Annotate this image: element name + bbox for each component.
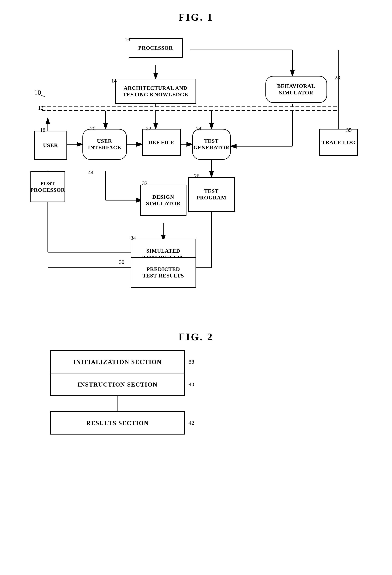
results-ref-tilde: ~ bbox=[188, 420, 191, 426]
def-file-node: DEF FILE bbox=[142, 129, 181, 156]
processor-node: PROCESSOR bbox=[129, 38, 183, 58]
post-processor-node: POST PROCESSOR bbox=[30, 171, 65, 202]
test-program-node: TEST PROGRAM bbox=[188, 177, 235, 212]
behavioral-ref: 28 bbox=[335, 74, 340, 81]
page: FIG. 1 bbox=[0, 0, 392, 575]
behavioral-sim-node: BEHAVIORAL SIMULATOR bbox=[265, 76, 327, 103]
ui-ref: 20 bbox=[90, 125, 95, 132]
fig2-title: FIG. 2 bbox=[12, 331, 380, 343]
trace-log-node: TRACE LOG bbox=[319, 129, 358, 156]
processor-ref: 16 bbox=[125, 36, 130, 43]
design-simulator-node: DESIGN SIMULATOR bbox=[140, 185, 186, 216]
init-ref-tilde: ~ bbox=[188, 359, 191, 365]
arch-ref: 14 bbox=[111, 78, 117, 84]
tprog-ref: 26 bbox=[194, 173, 200, 179]
fig2-section: FIG. 2 INITIALIZATION SECTION 38 ~ INSTR… bbox=[12, 331, 380, 434]
fig1-diagram: PROCESSOR 16 ARCHITECTURAL AND TESTING K… bbox=[23, 31, 369, 300]
predicted-results-node: PREDICTED TEST RESULTS bbox=[131, 257, 196, 288]
fig2-connector-line bbox=[117, 396, 118, 411]
pred-ref: 30 bbox=[119, 259, 124, 265]
fig2-diagram: INITIALIZATION SECTION 38 ~ INSTRUCTION … bbox=[12, 350, 380, 434]
instr-ref-tilde: ~ bbox=[188, 381, 191, 387]
arch-knowledge-node: ARCHITECTURAL AND TESTING KNOWLEDGE bbox=[115, 79, 196, 104]
dashed-ref: 12 bbox=[38, 105, 44, 111]
ref44: 44 bbox=[88, 169, 94, 176]
def-ref: 22 bbox=[146, 125, 151, 132]
results-section-box: RESULTS SECTION bbox=[50, 411, 185, 434]
user-ref: 18 bbox=[40, 127, 46, 133]
sim-ref: 34 bbox=[131, 235, 136, 241]
dsim-ref: 32 bbox=[142, 180, 148, 186]
user-interface-node: USER INTERFACE bbox=[82, 129, 127, 160]
test-generator-node: TEST GENERATOR bbox=[192, 129, 231, 160]
tgen-ref: 24 bbox=[196, 125, 202, 132]
user-node: USER bbox=[34, 131, 67, 160]
init-section-box: INITIALIZATION SECTION bbox=[50, 350, 185, 373]
trace-ref: 35 bbox=[346, 127, 352, 133]
instruction-section-box: INSTRUCTION SECTION bbox=[50, 373, 185, 396]
diagram-lines bbox=[23, 31, 369, 300]
fig1-title: FIG. 1 bbox=[12, 12, 380, 23]
